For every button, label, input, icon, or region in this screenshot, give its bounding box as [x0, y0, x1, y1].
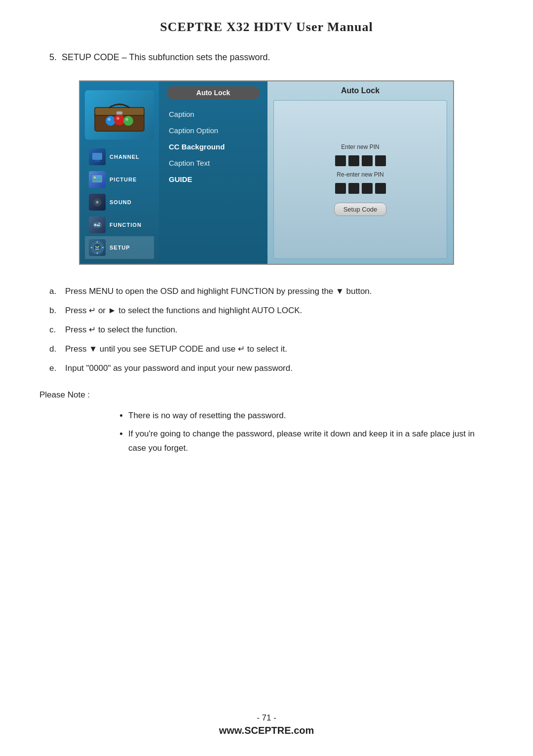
step-intro: 5. SETUP CODE – This subfunction sets th…: [49, 52, 494, 63]
svg-point-16: [96, 201, 98, 203]
svg-point-26: [96, 247, 98, 249]
svg-point-18: [94, 224, 97, 226]
svg-rect-22: [97, 225, 99, 226]
pin-box-4: [375, 155, 386, 166]
svg-point-6: [116, 117, 119, 120]
instruction-a: a. Press MENU to open the OSD and highli…: [39, 285, 494, 299]
step-number: 5.: [49, 52, 57, 62]
inst-text-b: Press ↵ or ► to select the functions and…: [65, 304, 494, 318]
svg-point-28: [98, 246, 99, 247]
inst-text-e: Input "0000" as your password and input …: [65, 361, 494, 376]
reenter-pin-boxes: [335, 183, 386, 194]
osd-menu-channel: CHANNEL: [85, 145, 154, 168]
osd-item-cc-background: CC Background: [167, 139, 260, 155]
setup-icon: [89, 239, 106, 256]
osd-mid-title: Auto Lock: [167, 86, 260, 99]
pin-box-3: [362, 155, 373, 166]
svg-point-19: [99, 223, 100, 224]
enter-pin-label: Enter new PIN: [341, 144, 379, 150]
instructions-list: a. Press MENU to open the OSD and highli…: [39, 285, 494, 375]
please-note-section: Please Note : There is no way of resetti…: [39, 390, 494, 456]
inst-letter-d: d.: [49, 342, 59, 357]
osd-menu-function: FUNCTION: [85, 214, 154, 236]
picture-label: PICTURE: [110, 177, 137, 182]
osd-item-caption-text: Caption Text: [167, 155, 260, 171]
note-item-2: If you're going to change the password, …: [128, 427, 494, 456]
svg-rect-8: [116, 111, 122, 114]
osd-screenshot: CHANNEL PICTURE SOUND: [79, 80, 454, 265]
svg-point-7: [125, 118, 128, 121]
setup-code-button: Setup Code: [334, 203, 387, 216]
page-footer: - 71 - www.SCEPTRE.com: [0, 713, 533, 736]
inst-letter-c: c.: [49, 323, 59, 337]
osd-item-guide: GUIDE: [167, 171, 260, 187]
osd-item-caption: Caption: [167, 106, 260, 122]
function-label: FUNCTION: [110, 222, 142, 228]
channel-label: CHANNEL: [110, 154, 140, 160]
osd-middle-panel: Auto Lock Caption Caption Option CC Back…: [159, 81, 267, 264]
svg-point-3: [114, 114, 125, 125]
inst-text-d: Press ▼ until you see SETUP CODE and use…: [65, 342, 494, 357]
note-list: There is no way of resetting the passwor…: [39, 409, 494, 456]
osd-right-title: Auto Lock: [273, 86, 447, 95]
inst-letter-a: a.: [49, 285, 59, 299]
inst-letter-e: e.: [49, 361, 59, 376]
instruction-b: b. Press ↵ or ► to select the functions …: [39, 304, 494, 318]
svg-point-2: [106, 116, 115, 126]
inst-text-c: Press ↵ to select the function.: [65, 323, 494, 337]
pin-box-2: [348, 155, 359, 166]
inst-letter-b: b.: [49, 304, 59, 318]
instruction-c: c. Press ↵ to select the function.: [39, 323, 494, 337]
repin-box-2: [348, 183, 359, 194]
repin-box-3: [362, 183, 373, 194]
svg-point-5: [108, 118, 111, 121]
sound-icon: [89, 194, 106, 211]
step-text: SETUP CODE – This subfunction sets the p…: [62, 52, 270, 62]
osd-toolbox-image: [85, 90, 154, 140]
page-title: SCEPTRE X32 HDTV User Manual: [39, 20, 494, 35]
repin-box-4: [375, 183, 386, 194]
osd-menu-picture: PICTURE: [85, 168, 154, 191]
osd-menu-setup: SETUP: [85, 236, 154, 259]
instruction-d: d. Press ▼ until you see SETUP CODE and …: [39, 342, 494, 357]
channel-icon: [89, 148, 106, 165]
pin-box-1: [335, 155, 346, 166]
svg-point-27: [95, 246, 96, 247]
osd-left-panel: CHANNEL PICTURE SOUND: [80, 81, 159, 264]
function-icon: [89, 216, 106, 233]
setup-label: SETUP: [110, 245, 130, 251]
svg-point-4: [123, 116, 133, 126]
repin-box-1: [335, 183, 346, 194]
instructions-section: a. Press MENU to open the OSD and highli…: [39, 285, 494, 375]
osd-right-panel: Auto Lock Enter new PIN Re-enter new PIN…: [267, 81, 453, 264]
picture-icon: [89, 171, 106, 188]
please-note-label: Please Note :: [39, 390, 494, 400]
reenter-pin-label: Re-enter new PIN: [337, 171, 383, 178]
sound-label: SOUND: [110, 199, 132, 205]
svg-point-13: [94, 177, 96, 179]
enter-pin-boxes: [335, 155, 386, 166]
osd-menu-sound: SOUND: [85, 191, 154, 214]
svg-rect-9: [92, 153, 102, 160]
osd-pin-box: Enter new PIN Re-enter new PIN Setup Cod…: [273, 100, 447, 259]
footer-page-number: - 71 -: [0, 713, 533, 723]
osd-item-caption-option: Caption Option: [167, 122, 260, 139]
instruction-e: e. Input "0000" as your password and inp…: [39, 361, 494, 376]
note-item-1: There is no way of resetting the passwor…: [128, 409, 494, 423]
footer-url: www.SCEPTRE.com: [0, 725, 533, 736]
inst-text-a: Press MENU to open the OSD and highlight…: [65, 285, 494, 299]
